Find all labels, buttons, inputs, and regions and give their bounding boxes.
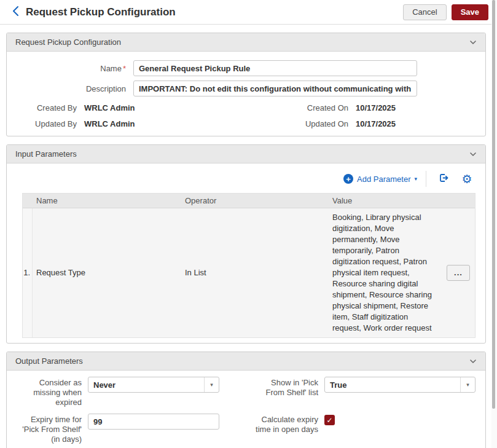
output-parameters-header[interactable]: Output Parameters	[7, 352, 485, 371]
save-button[interactable]: Save	[452, 4, 488, 20]
name-label: Name*	[17, 64, 133, 73]
back-button[interactable]	[9, 6, 22, 19]
input-parameters-header[interactable]: Input Parameters	[7, 145, 485, 163]
top-bar: Request Pickup Configuration Cancel Save	[0, 0, 497, 25]
add-parameter-caret-icon: ▾	[414, 176, 417, 182]
add-parameter-label: Add Parameter	[357, 175, 410, 184]
show-pick-value: True	[325, 380, 460, 390]
toolbar-divider	[426, 171, 426, 187]
collapse-chevron-icon[interactable]	[469, 40, 477, 45]
required-asterisk: *	[123, 64, 126, 73]
description-label: Description	[17, 84, 133, 93]
created-on-value: 10/17/2025	[356, 103, 396, 112]
check-icon: ✓	[326, 416, 332, 425]
cancel-button[interactable]: Cancel	[403, 4, 446, 20]
expiry-time-input[interactable]	[88, 414, 219, 430]
row-name: Request Type	[33, 208, 181, 337]
general-section-title: Request Pickup Configuration	[15, 37, 121, 47]
table-row: 1. Request Type In List Booking, Library…	[23, 208, 475, 338]
created-by-label: Created By	[17, 103, 84, 112]
back-chevron-icon	[12, 6, 19, 18]
col-operator: Operator	[181, 196, 329, 205]
general-section-header[interactable]: Request Pickup Configuration	[7, 33, 485, 52]
collapse-chevron-icon[interactable]	[469, 152, 477, 157]
export-icon	[438, 172, 450, 186]
description-input[interactable]	[133, 81, 417, 96]
updated-by-value: WRLC Admin	[84, 119, 135, 128]
vertical-scrollbar[interactable]	[491, 0, 497, 448]
updated-on-label: Updated On	[273, 119, 356, 128]
created-on-label: Created On	[273, 103, 356, 112]
row-value: Booking, Library physical digitization, …	[329, 208, 442, 337]
page-title: Request Pickup Configuration	[26, 6, 176, 18]
name-input[interactable]	[133, 60, 417, 76]
col-value: Value	[329, 196, 442, 205]
general-section-card: Request Pickup Configuration Name* Descr…	[6, 33, 486, 136]
output-parameters-title: Output Parameters	[15, 356, 83, 366]
calc-expiry-label: Calculate expiry time in open days	[252, 414, 318, 434]
row-actions-cell: ...	[442, 208, 475, 337]
updated-by-label: Updated By	[17, 119, 84, 128]
gear-icon: ⚙	[461, 173, 472, 185]
show-pick-label: Show in 'Pick From Shelf' list	[252, 377, 318, 398]
calc-expiry-checkbox[interactable]: ✓	[324, 415, 335, 425]
plus-circle-icon: +	[343, 174, 353, 184]
input-parameters-card: Input Parameters + Add Parameter ▾ ⚙ N	[6, 144, 486, 344]
table-settings-button[interactable]: ⚙	[458, 171, 475, 187]
output-parameters-card: Output Parameters Consider as missing wh…	[6, 352, 486, 448]
col-name: Name	[33, 196, 181, 205]
row-index: 1.	[23, 208, 33, 337]
select-caret-icon[interactable]: ▾	[204, 377, 219, 392]
updated-on-value: 10/17/2025	[356, 119, 396, 128]
show-pick-select[interactable]: True ▾	[324, 377, 475, 393]
export-button[interactable]	[435, 171, 452, 187]
row-more-actions-button[interactable]: ...	[447, 265, 470, 281]
created-by-value: WRLC Admin	[84, 103, 135, 112]
input-parameters-title: Input Parameters	[15, 149, 77, 159]
add-parameter-button[interactable]: + Add Parameter ▾	[343, 174, 417, 184]
input-parameters-toolbar: + Add Parameter ▾ ⚙	[7, 163, 485, 193]
consider-missing-label: Consider as missing when expired	[13, 377, 82, 407]
row-operator: In List	[181, 208, 329, 337]
consider-missing-value: Never	[88, 380, 204, 390]
consider-missing-select[interactable]: Never ▾	[88, 377, 219, 393]
parameters-table-header: Name Operator Value	[23, 194, 475, 208]
select-caret-icon[interactable]: ▾	[460, 377, 475, 392]
expiry-time-label: Expiry time for 'Pick From Shelf' (in da…	[13, 414, 82, 444]
collapse-chevron-icon[interactable]	[469, 359, 477, 364]
scrollbar-thumb[interactable]	[492, 0, 495, 409]
parameters-table: Name Operator Value 1. Request Type In L…	[22, 193, 475, 338]
